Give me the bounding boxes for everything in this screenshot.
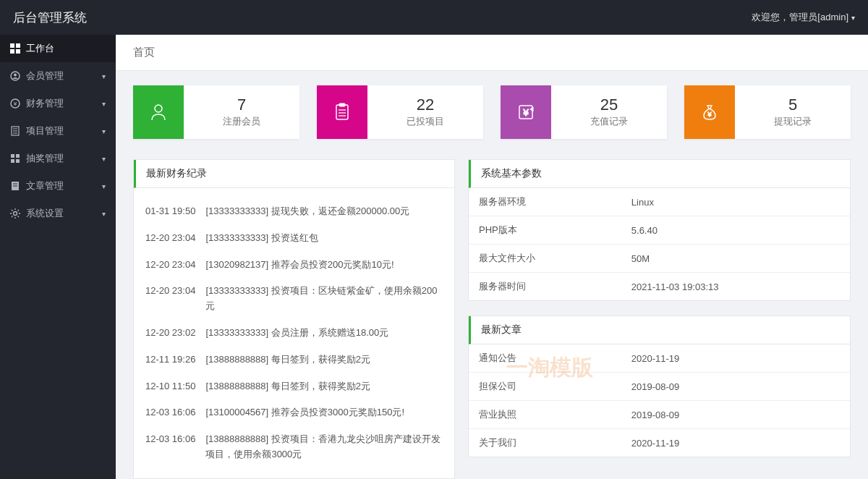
welcome-text: 欢迎您，管理员[admin] (752, 11, 848, 24)
log-time: 12-20 23:04 (145, 284, 195, 314)
kv-value: 5.6.40 (621, 216, 850, 245)
kv-key: 营业执照 (469, 401, 621, 429)
stat-card-recharge[interactable]: ¥ 25 充值记录 (501, 85, 667, 139)
log-text: [13100004567] 推荐会员投资3000元奖励150元! (205, 405, 443, 420)
user-icon (10, 71, 20, 81)
stat-card-withdraw[interactable]: ¥ 5 提现记录 (684, 85, 851, 139)
log-text: [13888888888] 每日签到，获得奖励2元 (205, 379, 443, 394)
kv-value: 50M (621, 245, 850, 273)
svg-text:¥: ¥ (13, 101, 17, 107)
sidebar: 工作台 会员管理 ▾ ¥ 财务管理 ▾ (0, 35, 116, 479)
lottery-icon (10, 153, 20, 164)
table-row: 服务器时间2021-11-03 19:03:13 (469, 273, 850, 301)
sidebar-item-lottery[interactable]: 抽奖管理 ▾ (0, 145, 116, 172)
kv-value: 2019-08-09 (621, 401, 850, 429)
kv-key: 服务器环境 (469, 188, 621, 216)
chevron-down-icon: ▾ (102, 127, 106, 135)
stat-value: 25 (600, 96, 618, 114)
stat-value: 7 (237, 96, 246, 114)
yen-icon: ¥ (501, 85, 551, 139)
tabbar: 首页 (116, 35, 868, 71)
kv-key: 担保公司 (469, 373, 621, 401)
chevron-down-icon: ▾ (102, 155, 106, 163)
kv-key: 通知公告 (469, 344, 621, 373)
chevron-down-icon: ▾ (102, 100, 106, 108)
svg-rect-2 (10, 49, 14, 54)
log-row: 12-20 23:02[13333333333] 会员注册，系统赠送18.00元 (145, 320, 443, 347)
kv-key: PHP版本 (469, 216, 621, 245)
log-time: 12-10 11:50 (145, 379, 195, 394)
stat-card-projects[interactable]: 22 已投项目 (317, 85, 483, 139)
kv-key: 服务器时间 (469, 273, 621, 301)
stat-card-members[interactable]: 7 注册会员 (133, 85, 299, 139)
svg-text:¥: ¥ (522, 107, 529, 118)
table-row[interactable]: 担保公司2019-08-09 (469, 373, 850, 401)
log-text: [13333333333] 投资送红包 (205, 231, 443, 246)
sidebar-item-label: 工作台 (26, 42, 54, 55)
svg-rect-3 (16, 49, 20, 54)
chevron-down-icon: ▾ (102, 72, 106, 80)
table-row: PHP版本5.6.40 (469, 216, 850, 245)
table-row: 最大文件大小50M (469, 245, 850, 273)
table-row[interactable]: 通知公告2020-11-19 (469, 344, 850, 373)
svg-rect-22 (339, 103, 345, 106)
log-row: 12-20 23:04[13333333333] 投资项目：区块链紫金矿，使用余… (145, 278, 443, 320)
log-time: 12-20 23:02 (145, 326, 195, 341)
stat-label: 充值记录 (590, 115, 628, 128)
svg-rect-0 (10, 43, 14, 48)
log-row: 12-20 23:04[13333333333] 投资送红包 (145, 225, 443, 252)
clipboard-icon (317, 85, 367, 139)
user-menu[interactable]: 欢迎您，管理员[admin] ▾ (752, 11, 855, 24)
kv-value: 2019-08-09 (621, 373, 850, 401)
log-time: 12-20 23:04 (145, 258, 195, 273)
table-row[interactable]: 营业执照2019-08-09 (469, 401, 850, 429)
sidebar-item-projects[interactable]: 项目管理 ▾ (0, 117, 116, 145)
log-text: [13888888888] 投资项目：香港九龙尖沙咀房产建设开发项目，使用余额3… (205, 432, 443, 462)
project-icon (10, 126, 20, 136)
chevron-down-icon: ▾ (102, 210, 106, 218)
svg-point-19 (14, 212, 17, 216)
log-row: 12-11 19:26[13888888888] 每日签到，获得奖励2元 (145, 347, 443, 373)
app-logo: 后台管理系统 (13, 9, 87, 26)
stat-row: 7 注册会员 22 已投项目 ¥ (133, 85, 851, 139)
svg-point-5 (14, 74, 17, 77)
money-bag-icon: ¥ (684, 85, 735, 139)
panel-finance-log: 最新财务纪录 01-31 19:50[13333333333] 提现失败，返还金… (133, 159, 455, 479)
stat-label: 提现记录 (774, 115, 812, 128)
kv-key: 最大文件大小 (469, 245, 621, 273)
svg-rect-21 (336, 105, 348, 119)
svg-rect-12 (11, 154, 14, 158)
log-text: [13888888888] 每日签到，获得奖励2元 (205, 352, 443, 368)
chevron-down-icon: ▾ (851, 14, 855, 22)
stat-label: 注册会员 (223, 115, 260, 128)
table-row: 服务器环境Linux (469, 188, 850, 216)
table-row[interactable]: 关于我们2020-11-19 (469, 429, 850, 457)
sidebar-item-members[interactable]: 会员管理 ▾ (0, 62, 116, 90)
article-icon (10, 181, 20, 191)
sidebar-item-articles[interactable]: 文章管理 ▾ (0, 172, 116, 200)
dashboard-icon (10, 43, 20, 54)
main: 首页 一淘模版 7 注册会员 (116, 35, 868, 479)
sidebar-item-dashboard[interactable]: 工作台 (0, 35, 116, 62)
log-time: 12-11 19:26 (145, 352, 195, 368)
sidebar-item-settings[interactable]: 系统设置 ▾ (0, 200, 116, 227)
topbar: 后台管理系统 欢迎您，管理员[admin] ▾ (0, 0, 868, 35)
tab-home[interactable]: 首页 (133, 46, 155, 59)
gear-icon (10, 208, 20, 219)
svg-rect-13 (16, 154, 20, 158)
stat-label: 已投项目 (407, 115, 444, 128)
sidebar-item-label: 抽奖管理 (26, 152, 64, 165)
sidebar-item-label: 财务管理 (26, 97, 64, 110)
log-time: 12-03 16:06 (145, 405, 195, 420)
log-time: 12-03 16:06 (145, 432, 195, 462)
panel-articles: 最新文章 通知公告2020-11-19担保公司2019-08-09营业执照201… (468, 315, 851, 457)
panel-title: 最新文章 (469, 316, 850, 344)
log-text: [13333333333] 提现失败，返还金额200000.00元 (205, 204, 443, 219)
log-text: [13333333333] 投资项目：区块链紫金矿，使用余额200元 (205, 284, 443, 314)
svg-rect-15 (16, 159, 20, 163)
sidebar-item-label: 文章管理 (26, 179, 64, 192)
log-row: 12-20 23:04[13020982137] 推荐会员投资200元奖励10元… (145, 252, 443, 279)
sidebar-item-finance[interactable]: ¥ 财务管理 ▾ (0, 90, 116, 117)
panel-sysinfo: 系统基本参数 服务器环境LinuxPHP版本5.6.40最大文件大小50M服务器… (468, 159, 851, 301)
panel-title: 最新财务纪录 (134, 160, 454, 188)
